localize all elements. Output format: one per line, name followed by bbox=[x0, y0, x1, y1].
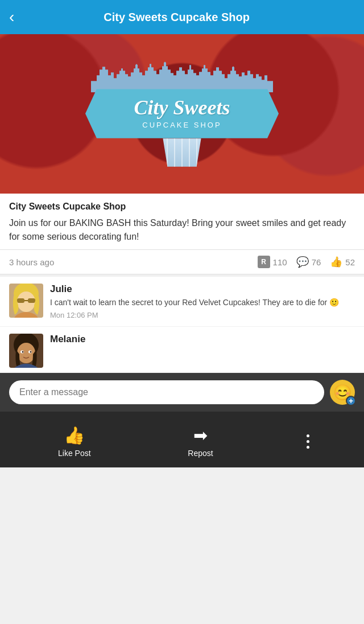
repost-button[interactable]: ➡ Repost bbox=[175, 425, 226, 458]
post-title: City Sweets Cupcake Shop bbox=[9, 202, 355, 212]
brand-logo: City Sweets CUPCAKE SHOP bbox=[85, 58, 279, 170]
skyline-icon bbox=[91, 58, 273, 92]
more-dot-icon bbox=[307, 440, 309, 443]
comments-number: 76 bbox=[312, 257, 321, 267]
repost-icon: ➡ bbox=[193, 425, 208, 445]
comment-body: Melanie bbox=[50, 334, 355, 347]
add-emoji-icon: + bbox=[346, 396, 356, 406]
repost-count[interactable]: R 110 bbox=[258, 256, 287, 268]
svg-point-11 bbox=[17, 343, 35, 363]
commenter-name: Melanie bbox=[50, 334, 355, 345]
dark-spacer bbox=[0, 412, 364, 416]
more-dot-icon bbox=[307, 434, 309, 437]
bottom-toolbar: 👍 Like Post ➡ Repost bbox=[0, 416, 364, 467]
like-post-button[interactable]: 👍 Like Post bbox=[49, 425, 100, 458]
commenter-name: Julie bbox=[50, 284, 355, 295]
comments-count[interactable]: 💬 76 bbox=[296, 256, 321, 268]
svg-rect-3 bbox=[17, 298, 24, 303]
message-input-bar: 😊 + bbox=[0, 373, 364, 412]
post-time: 3 hours ago bbox=[9, 257, 249, 267]
likes-count[interactable]: 👍 52 bbox=[330, 256, 355, 268]
julie-avatar-image bbox=[9, 284, 43, 318]
comments-section: Julie I can't wait to learn the secret t… bbox=[0, 277, 364, 373]
cupcake-decoration bbox=[154, 138, 210, 170]
comment-item: Melanie bbox=[0, 327, 364, 373]
post-content: City Sweets Cupcake Shop Join us for our… bbox=[0, 194, 364, 249]
svg-rect-4 bbox=[28, 298, 35, 303]
avatar bbox=[9, 334, 43, 368]
emoji-button[interactable]: 😊 + bbox=[330, 380, 355, 405]
like-icon: 👍 bbox=[330, 256, 342, 268]
back-button[interactable]: ‹ bbox=[9, 9, 14, 25]
likes-number: 52 bbox=[345, 257, 355, 267]
more-dot-icon bbox=[307, 446, 309, 449]
app-header: ‹ City Sweets Cupcake Shop bbox=[0, 0, 364, 34]
brand-name-sub: CUPCAKE SHOP bbox=[97, 121, 267, 129]
avatar bbox=[9, 284, 43, 318]
comment-text: I can't wait to learn the secret to your… bbox=[50, 297, 355, 309]
r-badge-icon: R bbox=[258, 256, 270, 268]
comment-icon: 💬 bbox=[296, 256, 309, 268]
comment-item: Julie I can't wait to learn the secret t… bbox=[0, 277, 364, 327]
repost-number: 110 bbox=[273, 257, 287, 267]
brand-banner: City Sweets CUPCAKE SHOP bbox=[85, 89, 279, 138]
comment-body: Julie I can't wait to learn the secret t… bbox=[50, 284, 355, 319]
comment-timestamp: Mon 12:06 PM bbox=[50, 311, 355, 319]
hero-image: City Sweets CUPCAKE SHOP bbox=[0, 34, 364, 194]
more-options-button[interactable] bbox=[301, 429, 315, 454]
post-body: Join us for our BAKING BASH this Saturda… bbox=[9, 216, 355, 244]
brand-name-main: City Sweets bbox=[97, 97, 267, 120]
repost-label: Repost bbox=[188, 449, 213, 458]
header-title: City Sweets Cupcake Shop bbox=[21, 11, 332, 24]
message-input[interactable] bbox=[9, 380, 324, 404]
post-stats-bar: 3 hours ago R 110 💬 76 👍 52 bbox=[0, 249, 364, 274]
thumbs-up-icon: 👍 bbox=[64, 425, 85, 445]
svg-point-15 bbox=[30, 351, 32, 352]
like-post-label: Like Post bbox=[58, 449, 91, 458]
svg-point-14 bbox=[22, 351, 24, 352]
melanie-avatar-image bbox=[9, 334, 43, 368]
